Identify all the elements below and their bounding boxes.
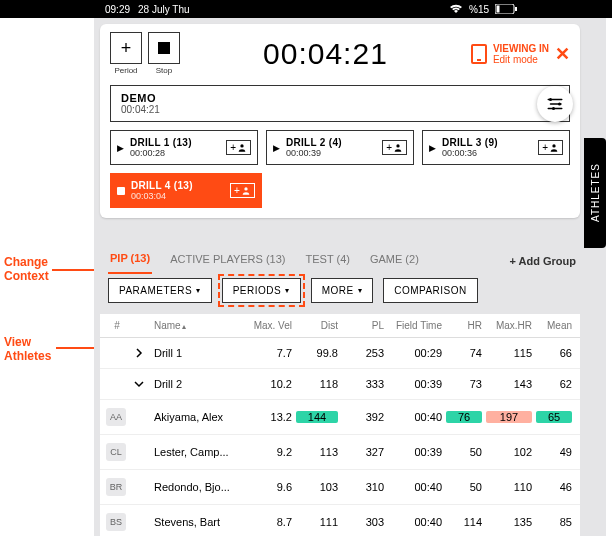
stop-button[interactable] [148, 32, 180, 64]
cell-pl: 333 [340, 378, 386, 390]
period-button[interactable]: + [110, 32, 142, 64]
group-tab[interactable]: GAME (2) [368, 249, 421, 273]
cell-hr: 74 [444, 347, 484, 359]
drill-name: DRILL 2 (4) [286, 137, 342, 148]
cell-maxhr: 110 [484, 481, 534, 493]
cell-dist: 99.8 [294, 347, 340, 359]
group-tab[interactable]: TEST (4) [304, 249, 352, 273]
cell-fieldtime: 00:29 [386, 347, 444, 359]
cell-dist: 118 [294, 378, 340, 390]
view-mode-line1: VIEWING IN [493, 43, 549, 54]
col-fieldtime[interactable]: Field Time [386, 320, 444, 331]
col-hr[interactable]: HR [444, 320, 484, 331]
settings-fab[interactable] [537, 86, 573, 122]
parameters-label: PARAMETERS [119, 285, 192, 296]
col-maxvel[interactable]: Max. Vel [244, 320, 294, 331]
cell-mean: 46 [534, 481, 574, 493]
drill-card[interactable]: ▶DRILL 3 (9)00:00:36+ [422, 130, 570, 165]
athlete-badge: CL [106, 443, 126, 461]
drill-row[interactable]: Drill 210.211833300:397314362 [100, 369, 580, 400]
annotation-view-athletes: View Athletes [4, 336, 51, 364]
comparison-label: COMPARISON [394, 285, 467, 296]
view-mode[interactable]: VIEWING IN Edit mode ✕ [471, 43, 570, 65]
sort-caret-icon: ▴ [182, 322, 186, 331]
periods-button[interactable]: PERIODS▾ [222, 278, 301, 303]
col-dist[interactable]: Dist [294, 320, 340, 331]
col-maxhr[interactable]: Max.HR [484, 320, 534, 331]
group-tab[interactable]: PIP (13) [108, 248, 152, 274]
filter-lines-icon [546, 95, 564, 113]
cell-hr: 50 [444, 481, 484, 493]
session-time: 00:04:21 [121, 104, 559, 115]
col-mean[interactable]: Mean [534, 320, 574, 331]
add-athlete-button[interactable]: + [538, 140, 563, 155]
chevron-right-icon[interactable] [132, 346, 146, 360]
more-label: MORE [322, 285, 354, 296]
col-name[interactable]: Name▴ [152, 320, 244, 331]
athlete-row[interactable]: BRRedondo, Bjo...9.610331000:405011046 [100, 470, 580, 505]
cell-maxvel: 7.7 [244, 347, 294, 359]
drill-row[interactable]: Drill 17.799.825300:297411566 [100, 338, 580, 369]
play-icon: ▶ [117, 143, 124, 153]
app-frame: ATHLETES + Period Stop 00:04:21 VIEWING … [94, 18, 606, 536]
chevron-down-icon: ▾ [358, 286, 363, 295]
cell-maxhr: 115 [484, 347, 534, 359]
cell-maxvel: 13.2 [244, 411, 294, 423]
person-icon [549, 143, 559, 153]
cell-dist: 144 [294, 411, 340, 423]
athlete-row[interactable]: BSStevens, Bart8.711130300:4011413585 [100, 505, 580, 536]
parameters-button[interactable]: PARAMETERS▾ [108, 278, 212, 303]
cell-hr: 50 [444, 446, 484, 458]
group-tab[interactable]: ACTIVE PLAYERS (13) [168, 249, 287, 273]
svg-point-13 [244, 187, 247, 190]
col-pl[interactable]: PL [340, 320, 386, 331]
cell-fieldtime: 00:39 [386, 378, 444, 390]
drill-card[interactable]: ▶DRILL 2 (4)00:00:39+ [266, 130, 414, 165]
annotation-change-context: Change Context [4, 256, 49, 284]
row-name: Drill 1 [152, 347, 244, 359]
cell-maxvel: 10.2 [244, 378, 294, 390]
play-icon: ▶ [273, 143, 280, 153]
athlete-row[interactable]: CLLester, Camp...9.211332700:395010249 [100, 435, 580, 470]
svg-point-9 [552, 107, 555, 110]
add-athlete-button[interactable]: + [230, 183, 255, 198]
add-athlete-button[interactable]: + [382, 140, 407, 155]
drill-card[interactable]: ▶DRILL 1 (13)00:00:28+ [110, 130, 258, 165]
comparison-button[interactable]: COMPARISON [383, 278, 478, 303]
close-icon[interactable]: ✕ [555, 43, 570, 65]
filter-row: PARAMETERS▾ PERIODS▾ MORE▾ COMPARISON [108, 278, 576, 303]
cell-dist: 113 [294, 446, 340, 458]
more-button[interactable]: MORE▾ [311, 278, 374, 303]
cell-mean: 66 [534, 347, 574, 359]
stop-icon [117, 187, 125, 195]
cell-hr: 73 [444, 378, 484, 390]
add-athlete-button[interactable]: + [226, 140, 251, 155]
add-group-button[interactable]: + Add Group [509, 255, 576, 267]
col-num[interactable]: # [104, 320, 130, 331]
session-name: DEMO [121, 92, 559, 104]
cell-maxhr: 135 [484, 516, 534, 528]
drill-card[interactable]: DRILL 4 (13)00:03:04+ [110, 173, 262, 208]
table-header: # Name▴ Max. Vel Dist PL Field Time HR M… [100, 314, 580, 338]
athlete-badge: AA [106, 408, 126, 426]
cell-pl: 392 [340, 411, 386, 423]
svg-rect-2 [515, 7, 517, 11]
view-mode-line2: Edit mode [493, 54, 549, 65]
athletes-side-tab[interactable]: ATHLETES [584, 138, 606, 248]
cell-dist: 111 [294, 516, 340, 528]
group-tabs: PIP (13)ACTIVE PLAYERS (13)TEST (4)GAME … [108, 248, 576, 275]
plus-icon: + [121, 38, 132, 59]
stop-icon [158, 42, 170, 54]
battery-icon [495, 4, 517, 14]
cell-pl: 253 [340, 347, 386, 359]
cell-pl: 303 [340, 516, 386, 528]
cell-mean: 49 [534, 446, 574, 458]
drill-name: DRILL 4 (13) [131, 180, 193, 191]
chevron-down-icon[interactable] [132, 377, 146, 391]
athlete-row[interactable]: AAAkiyama, Alex13.214439200:407619765 [100, 400, 580, 435]
cell-maxhr: 102 [484, 446, 534, 458]
cell-mean: 62 [534, 378, 574, 390]
cell-hr: 76 [444, 411, 484, 423]
svg-point-11 [396, 144, 399, 147]
cell-maxvel: 9.6 [244, 481, 294, 493]
